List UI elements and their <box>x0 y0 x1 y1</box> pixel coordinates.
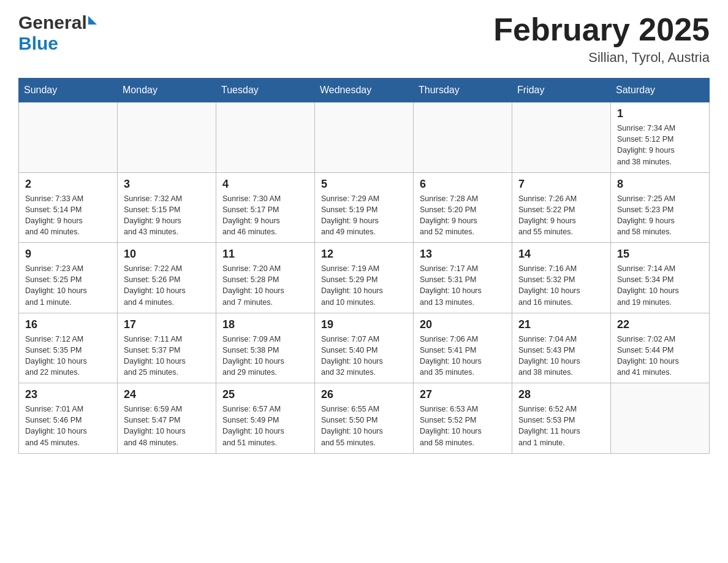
calendar-cell: 2Sunrise: 7:33 AM Sunset: 5:14 PM Daylig… <box>19 172 118 243</box>
day-number: 6 <box>420 178 506 191</box>
day-info: Sunrise: 7:09 AM Sunset: 5:38 PM Dayligh… <box>222 334 308 378</box>
day-number: 4 <box>222 178 308 191</box>
calendar-cell: 17Sunrise: 7:11 AM Sunset: 5:37 PM Dayli… <box>118 313 216 383</box>
day-info: Sunrise: 6:55 AM Sunset: 5:50 PM Dayligh… <box>321 404 407 448</box>
location-title: Sillian, Tyrol, Austria <box>493 50 710 66</box>
day-info: Sunrise: 7:11 AM Sunset: 5:37 PM Dayligh… <box>124 334 210 378</box>
calendar-cell: 3Sunrise: 7:32 AM Sunset: 5:15 PM Daylig… <box>118 172 216 243</box>
calendar-cell <box>19 102 118 173</box>
day-number: 16 <box>25 318 111 331</box>
calendar-cell: 18Sunrise: 7:09 AM Sunset: 5:38 PM Dayli… <box>216 313 315 383</box>
weekday-header-friday: Friday <box>512 79 611 102</box>
logo: General Blue <box>18 12 97 54</box>
day-info: Sunrise: 7:07 AM Sunset: 5:40 PM Dayligh… <box>321 334 407 378</box>
day-number: 14 <box>518 248 604 261</box>
day-info: Sunrise: 7:30 AM Sunset: 5:17 PM Dayligh… <box>222 193 308 238</box>
day-info: Sunrise: 7:26 AM Sunset: 5:22 PM Dayligh… <box>518 193 604 238</box>
calendar-week-row: 2Sunrise: 7:33 AM Sunset: 5:14 PM Daylig… <box>19 172 710 243</box>
day-number: 27 <box>420 388 506 401</box>
day-number: 7 <box>518 178 604 191</box>
calendar-cell <box>414 102 512 173</box>
calendar-cell: 1Sunrise: 7:34 AM Sunset: 5:12 PM Daylig… <box>611 102 710 173</box>
calendar-cell: 21Sunrise: 7:04 AM Sunset: 5:43 PM Dayli… <box>512 313 611 383</box>
title-section: February 2025 Sillian, Tyrol, Austria <box>493 12 710 66</box>
weekday-header-row: SundayMondayTuesdayWednesdayThursdayFrid… <box>19 79 710 102</box>
day-number: 22 <box>617 318 703 331</box>
calendar-cell: 24Sunrise: 6:59 AM Sunset: 5:47 PM Dayli… <box>118 383 216 454</box>
day-info: Sunrise: 6:53 AM Sunset: 5:52 PM Dayligh… <box>420 404 506 448</box>
calendar-table: SundayMondayTuesdayWednesdayThursdayFrid… <box>18 78 710 454</box>
day-number: 17 <box>124 318 210 331</box>
day-info: Sunrise: 6:59 AM Sunset: 5:47 PM Dayligh… <box>124 404 210 448</box>
calendar-cell <box>611 383 710 454</box>
calendar-cell <box>216 102 315 173</box>
page-header: General Blue February 2025 Sillian, Tyro… <box>18 12 710 66</box>
day-info: Sunrise: 7:14 AM Sunset: 5:34 PM Dayligh… <box>617 263 703 308</box>
weekday-header-sunday: Sunday <box>19 79 118 102</box>
day-number: 11 <box>222 248 308 261</box>
day-info: Sunrise: 6:57 AM Sunset: 5:49 PM Dayligh… <box>222 404 308 448</box>
day-number: 12 <box>321 248 407 261</box>
calendar-cell: 15Sunrise: 7:14 AM Sunset: 5:34 PM Dayli… <box>611 243 710 313</box>
calendar-cell: 27Sunrise: 6:53 AM Sunset: 5:52 PM Dayli… <box>414 383 512 454</box>
calendar-cell: 7Sunrise: 7:26 AM Sunset: 5:22 PM Daylig… <box>512 172 611 243</box>
day-info: Sunrise: 7:01 AM Sunset: 5:46 PM Dayligh… <box>25 404 111 448</box>
calendar-cell: 13Sunrise: 7:17 AM Sunset: 5:31 PM Dayli… <box>414 243 512 313</box>
weekday-header-tuesday: Tuesday <box>216 79 315 102</box>
day-number: 3 <box>124 178 210 191</box>
calendar-cell: 9Sunrise: 7:23 AM Sunset: 5:25 PM Daylig… <box>19 243 118 313</box>
day-number: 21 <box>518 318 604 331</box>
day-info: Sunrise: 7:16 AM Sunset: 5:32 PM Dayligh… <box>518 263 604 308</box>
day-info: Sunrise: 7:32 AM Sunset: 5:15 PM Dayligh… <box>124 193 210 238</box>
day-info: Sunrise: 7:19 AM Sunset: 5:29 PM Dayligh… <box>321 263 407 308</box>
calendar-cell: 16Sunrise: 7:12 AM Sunset: 5:35 PM Dayli… <box>19 313 118 383</box>
day-number: 24 <box>124 388 210 401</box>
day-number: 20 <box>420 318 506 331</box>
calendar-cell <box>118 102 216 173</box>
calendar-cell <box>512 102 611 173</box>
day-info: Sunrise: 7:23 AM Sunset: 5:25 PM Dayligh… <box>25 263 111 308</box>
calendar-cell: 22Sunrise: 7:02 AM Sunset: 5:44 PM Dayli… <box>611 313 710 383</box>
weekday-header-monday: Monday <box>118 79 216 102</box>
day-info: Sunrise: 7:06 AM Sunset: 5:41 PM Dayligh… <box>420 334 506 378</box>
calendar-cell: 20Sunrise: 7:06 AM Sunset: 5:41 PM Dayli… <box>414 313 512 383</box>
calendar-cell: 10Sunrise: 7:22 AM Sunset: 5:26 PM Dayli… <box>118 243 216 313</box>
calendar-cell: 6Sunrise: 7:28 AM Sunset: 5:20 PM Daylig… <box>414 172 512 243</box>
calendar-week-row: 1Sunrise: 7:34 AM Sunset: 5:12 PM Daylig… <box>19 102 710 173</box>
calendar-cell: 19Sunrise: 7:07 AM Sunset: 5:40 PM Dayli… <box>315 313 414 383</box>
day-info: Sunrise: 7:33 AM Sunset: 5:14 PM Dayligh… <box>25 193 111 238</box>
calendar-cell: 4Sunrise: 7:30 AM Sunset: 5:17 PM Daylig… <box>216 172 315 243</box>
day-number: 26 <box>321 388 407 401</box>
calendar-week-row: 9Sunrise: 7:23 AM Sunset: 5:25 PM Daylig… <box>19 243 710 313</box>
weekday-header-saturday: Saturday <box>611 79 710 102</box>
day-info: Sunrise: 7:28 AM Sunset: 5:20 PM Dayligh… <box>420 193 506 238</box>
day-number: 2 <box>25 178 111 191</box>
day-number: 9 <box>25 248 111 261</box>
day-number: 23 <box>25 388 111 401</box>
calendar-cell: 26Sunrise: 6:55 AM Sunset: 5:50 PM Dayli… <box>315 383 414 454</box>
weekday-header-wednesday: Wednesday <box>315 79 414 102</box>
day-info: Sunrise: 7:29 AM Sunset: 5:19 PM Dayligh… <box>321 193 407 238</box>
day-info: Sunrise: 7:17 AM Sunset: 5:31 PM Dayligh… <box>420 263 506 308</box>
logo-general-text: General <box>18 12 87 33</box>
day-info: Sunrise: 7:04 AM Sunset: 5:43 PM Dayligh… <box>518 334 604 378</box>
calendar-cell <box>315 102 414 173</box>
month-title: February 2025 <box>493 12 710 47</box>
calendar-cell: 12Sunrise: 7:19 AM Sunset: 5:29 PM Dayli… <box>315 243 414 313</box>
calendar-week-row: 16Sunrise: 7:12 AM Sunset: 5:35 PM Dayli… <box>19 313 710 383</box>
day-number: 1 <box>617 107 703 120</box>
calendar-cell: 23Sunrise: 7:01 AM Sunset: 5:46 PM Dayli… <box>19 383 118 454</box>
day-number: 10 <box>124 248 210 261</box>
day-info: Sunrise: 6:52 AM Sunset: 5:53 PM Dayligh… <box>518 404 604 448</box>
logo-arrow-icon <box>88 16 97 25</box>
day-info: Sunrise: 7:20 AM Sunset: 5:28 PM Dayligh… <box>222 263 308 308</box>
day-info: Sunrise: 7:34 AM Sunset: 5:12 PM Dayligh… <box>617 123 703 167</box>
day-number: 28 <box>518 388 604 401</box>
day-info: Sunrise: 7:12 AM Sunset: 5:35 PM Dayligh… <box>25 334 111 378</box>
calendar-cell: 25Sunrise: 6:57 AM Sunset: 5:49 PM Dayli… <box>216 383 315 454</box>
calendar-cell: 5Sunrise: 7:29 AM Sunset: 5:19 PM Daylig… <box>315 172 414 243</box>
calendar-cell: 14Sunrise: 7:16 AM Sunset: 5:32 PM Dayli… <box>512 243 611 313</box>
day-number: 15 <box>617 248 703 261</box>
calendar-cell: 28Sunrise: 6:52 AM Sunset: 5:53 PM Dayli… <box>512 383 611 454</box>
day-info: Sunrise: 7:25 AM Sunset: 5:23 PM Dayligh… <box>617 193 703 238</box>
